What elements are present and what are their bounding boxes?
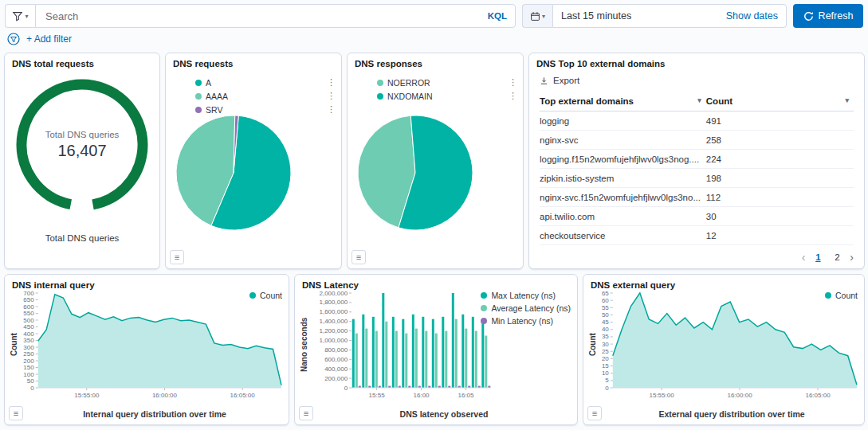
svg-text:550: 550: [23, 310, 34, 317]
search-box: KQL: [35, 4, 516, 28]
table-row: logging.f15n2womfujehfjlwv0lgs3nog....22…: [540, 150, 854, 169]
pie-chart[interactable]: [355, 113, 475, 233]
show-dates-button[interactable]: Show dates: [726, 10, 778, 22]
legend-toggle-button[interactable]: ≡: [587, 406, 602, 420]
pagination: ‹ 12 ›: [802, 252, 854, 263]
svg-text:1,200,000: 1,200,000: [320, 327, 348, 334]
cell-count: 112: [706, 188, 854, 207]
add-filter-button[interactable]: + Add filter: [26, 33, 72, 45]
legend-label: Average Latency (ns): [491, 303, 571, 313]
pie-chart[interactable]: [174, 113, 293, 233]
legend-item[interactable]: Count: [825, 291, 858, 300]
svg-text:350: 350: [23, 337, 34, 344]
svg-text:16:00:00: 16:00:00: [727, 392, 752, 399]
legend-label: NOERROR: [387, 78, 430, 88]
area-chart[interactable]: 0501001502002503003504004505005506006507…: [19, 289, 285, 401]
legend-item[interactable]: Average Latency (ns): [481, 303, 571, 313]
export-button[interactable]: Export: [540, 76, 579, 85]
legend-label: A: [206, 78, 211, 88]
chevron-down-icon: ▾: [25, 13, 28, 20]
refresh-button[interactable]: Refresh: [793, 4, 863, 28]
filter-circle-icon: [7, 33, 20, 45]
svg-text:40: 40: [602, 326, 609, 333]
table-row: zipkin.istio-system198: [540, 169, 854, 188]
column-header-domains[interactable]: Top external domains ▾: [540, 92, 706, 111]
search-input[interactable]: [44, 10, 488, 23]
legend-toggle-button[interactable]: ≡: [170, 250, 184, 264]
svg-text:35: 35: [602, 333, 609, 340]
cell-count: 258: [706, 131, 854, 150]
legend-label: Count: [260, 291, 282, 300]
legend-options-icon[interactable]: ⋮: [509, 77, 517, 88]
prev-page-button[interactable]: ‹: [802, 252, 806, 263]
y-axis-title: Count: [8, 289, 19, 401]
legend-label: Min Latency (ns): [491, 316, 553, 326]
svg-text:30: 30: [602, 341, 609, 348]
cell-domain: nginx-svc: [540, 131, 706, 150]
panel-title: DNS total requests: [12, 59, 94, 68]
svg-text:15:55: 15:55: [369, 392, 386, 399]
legend-item[interactable]: NOERROR ⋮: [377, 77, 517, 88]
svg-text:0: 0: [605, 385, 609, 392]
time-range-picker[interactable]: Last 15 minutes Show dates: [552, 4, 787, 28]
legend-options-icon[interactable]: ⋮: [327, 91, 336, 101]
svg-text:150: 150: [23, 364, 34, 371]
svg-text:400: 400: [23, 330, 34, 338]
svg-text:300: 300: [23, 344, 34, 351]
bar-chart[interactable]: 0200,000400,000600,000800,0001,000,0001,…: [309, 289, 494, 401]
legend-dot: [377, 93, 383, 100]
svg-text:5: 5: [605, 377, 609, 384]
domains-table: Top external domains ▾ Count ▾ logging49…: [540, 92, 854, 245]
page-1-button[interactable]: 1: [811, 252, 824, 262]
cell-domain: logging.f15n2womfujehfjlwv0lgs3nog....: [540, 150, 706, 169]
legend-dot: [377, 80, 383, 86]
svg-text:2,000,000: 2,000,000: [320, 290, 348, 297]
legend-dot: [195, 93, 202, 100]
svg-text:65: 65: [602, 290, 609, 297]
legend-options-icon[interactable]: ⋮: [327, 104, 336, 115]
column-label: Top external domains: [540, 96, 634, 106]
query-bar: ▾ KQL ▾ Last 15 minutes Show dates Refre…: [5, 4, 863, 28]
panel-top-external-domains: DNS Top 10 external domains Export Top e…: [528, 53, 865, 269]
column-header-count[interactable]: Count ▾: [706, 92, 854, 111]
panel-title: DNS Top 10 external domains: [536, 59, 665, 68]
next-page-button[interactable]: ›: [850, 252, 854, 263]
legend-toggle-button[interactable]: ≡: [299, 406, 313, 420]
page-2-button[interactable]: 2: [831, 252, 843, 262]
svg-text:15: 15: [602, 362, 609, 369]
table-row: api.twilio.com30: [540, 207, 854, 226]
legend-item[interactable]: Min Latency (ns): [481, 316, 571, 326]
saved-query-menu-button[interactable]: ▾: [5, 4, 35, 28]
legend-item[interactable]: A ⋮: [195, 77, 336, 88]
legend-item[interactable]: AAAA ⋮: [195, 91, 336, 101]
filter-options-button[interactable]: [7, 33, 20, 45]
gauge-arc: [14, 77, 150, 213]
svg-text:100: 100: [23, 371, 34, 378]
svg-text:450: 450: [23, 323, 34, 330]
pie-legend: NOERROR ⋮ NXDOMAIN ⋮: [377, 77, 517, 101]
legend-toggle-button[interactable]: ≡: [352, 250, 366, 264]
svg-text:1,400,000: 1,400,000: [320, 318, 348, 325]
legend-item[interactable]: Max Latency (ns): [481, 291, 571, 300]
svg-text:600,000: 600,000: [324, 356, 348, 363]
panel-dns-external-query: DNS external query Count Count 051015202…: [583, 274, 865, 425]
refresh-icon: [803, 11, 814, 22]
svg-text:60: 60: [602, 297, 609, 304]
svg-text:16:00:00: 16:00:00: [152, 392, 178, 399]
export-label: Export: [553, 76, 579, 85]
y-axis-title: Count: [587, 289, 598, 401]
kql-button[interactable]: KQL: [488, 11, 507, 21]
area-chart[interactable]: 0510152025303540455055606515:55:0016:00:…: [598, 289, 860, 401]
legend-options-icon[interactable]: ⋮: [327, 77, 336, 88]
svg-text:10: 10: [602, 369, 609, 377]
legend-toggle-button[interactable]: ≡: [9, 406, 23, 420]
svg-text:16:05: 16:05: [458, 392, 475, 399]
filter-icon: [12, 10, 23, 22]
legend-item[interactable]: NXDOMAIN ⋮: [377, 91, 517, 101]
legend-item[interactable]: Count: [249, 291, 282, 300]
legend-options-icon[interactable]: ⋮: [509, 91, 517, 101]
svg-text:15:55:00: 15:55:00: [649, 392, 674, 399]
date-quick-select-button[interactable]: ▾: [522, 4, 552, 28]
svg-text:16:05:00: 16:05:00: [230, 392, 256, 399]
svg-text:600: 600: [23, 303, 34, 311]
